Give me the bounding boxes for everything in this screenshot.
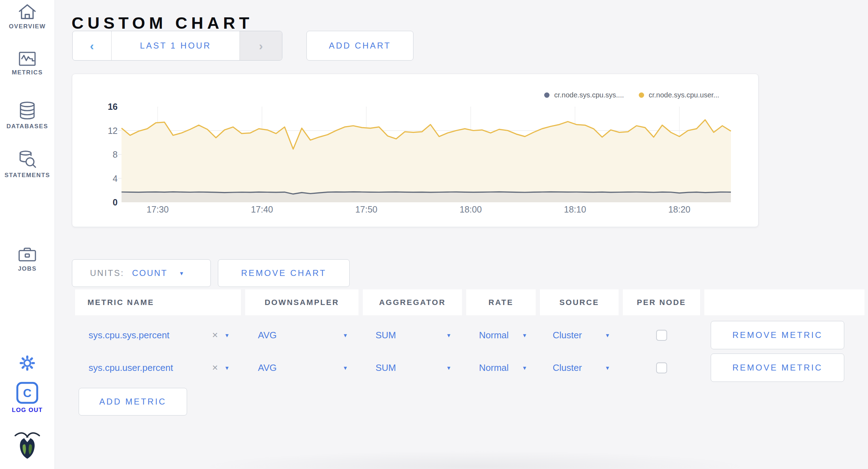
units-value: COUNT — [132, 268, 168, 278]
sidebar-item-label: STATEMENTS — [0, 172, 55, 179]
caret-down-icon: ▼ — [522, 333, 527, 338]
source-value: Cluster — [553, 362, 582, 373]
rate-dropdown[interactable]: Normal ▼ — [466, 320, 536, 350]
x-axis-label: 18:10 — [564, 204, 586, 215]
caret-down-icon: ▼ — [605, 365, 610, 371]
chart-card: cr.node.sys.cpu.sys.... cr.node.sys.cpu.… — [72, 74, 759, 227]
sidebar-item-label: OVERVIEW — [0, 23, 55, 30]
caret-down-icon: ▼ — [343, 365, 348, 371]
caret-down-icon: ▼ — [179, 271, 186, 276]
legend-item: cr.node.sys.cpu.user... — [639, 91, 719, 99]
cockroach-bug-icon — [14, 430, 40, 459]
time-range-label[interactable]: LAST 1 HOUR — [112, 31, 239, 60]
legend-dot-icon — [544, 92, 549, 98]
rate-value: Normal — [479, 330, 509, 341]
brand-logo[interactable] — [0, 430, 55, 459]
custom-chart-page: OVERVIEW METRICS DATABASES — [0, 0, 868, 469]
table-row: sys.cpu.sys.percent × ▼ AVG ▼ SUM ▼ Norm… — [75, 320, 864, 350]
rate-value: Normal — [479, 362, 509, 373]
aggregator-dropdown[interactable]: SUM ▼ — [363, 353, 462, 383]
plot-svg — [122, 107, 731, 202]
sidebar-item-metrics[interactable]: METRICS — [0, 52, 55, 76]
caret-down-icon: ▼ — [224, 333, 230, 338]
rate-dropdown[interactable]: Normal ▼ — [466, 353, 536, 383]
legend-label: cr.node.sys.cpu.sys.... — [554, 91, 624, 99]
per-node-checkbox[interactable] — [656, 362, 667, 373]
sidebar-item-statements[interactable]: STATEMENTS — [0, 150, 55, 179]
sidebar-item-jobs[interactable]: JOBS — [0, 247, 55, 272]
column-header-aggregator: AGGREGATOR — [363, 289, 462, 315]
caret-down-icon: ▼ — [224, 365, 230, 371]
metric-name-dropdown[interactable]: sys.cpu.user.percent × ▼ — [75, 353, 241, 383]
units-label: UNITS: — [90, 268, 124, 278]
per-node-checkbox[interactable] — [656, 330, 667, 341]
y-axis-label: 0 — [86, 197, 118, 208]
source-dropdown[interactable]: Cluster ▼ — [540, 353, 619, 383]
time-range-next-button[interactable]: › — [239, 31, 282, 60]
svg-text:C: C — [23, 386, 32, 400]
column-header-rate: RATE — [466, 289, 536, 315]
source-dropdown[interactable]: Cluster ▼ — [540, 320, 619, 350]
downsampler-dropdown[interactable]: AVG ▼ — [245, 320, 359, 350]
remove-metric-button[interactable]: REMOVE METRIC — [711, 321, 844, 349]
caret-down-icon: ▼ — [522, 365, 527, 371]
aggregator-dropdown[interactable]: SUM ▼ — [363, 320, 462, 350]
x-axis-label: 17:30 — [147, 204, 169, 215]
time-range-prev-button[interactable]: ‹ — [73, 31, 112, 60]
add-metric-button[interactable]: ADD METRIC — [79, 388, 187, 416]
column-header-downsampler: DOWNSAMPLER — [245, 289, 359, 315]
time-range-selector: ‹ LAST 1 HOUR › — [72, 31, 282, 61]
add-chart-button[interactable]: ADD CHART — [306, 31, 413, 61]
sidebar-item-label: DATABASES — [0, 123, 55, 130]
legend-dot-icon — [639, 92, 644, 98]
logout-label: LOG OUT — [0, 407, 55, 414]
time-series-plot[interactable] — [122, 107, 731, 202]
downsampler-value: AVG — [258, 362, 277, 373]
sidebar-item-label: METRICS — [0, 69, 55, 76]
page-bottom-shadow — [198, 451, 751, 469]
per-node-cell — [623, 353, 700, 383]
units-dropdown[interactable]: UNITS: COUNT ▼ — [72, 259, 211, 287]
metrics-icon — [19, 52, 36, 66]
table-row: sys.cpu.user.percent × ▼ AVG ▼ SUM ▼ Nor… — [75, 353, 864, 383]
caret-down-icon: ▼ — [343, 333, 348, 338]
caret-down-icon: ▼ — [446, 333, 451, 338]
sidebar: OVERVIEW METRICS DATABASES — [0, 0, 55, 469]
x-axis-label: 17:50 — [355, 204, 378, 215]
caret-down-icon: ▼ — [605, 333, 610, 338]
cockroach-c-icon: C — [16, 382, 38, 404]
page-title: CUSTOM CHART — [72, 13, 253, 33]
logout-button[interactable]: C LOG OUT — [0, 382, 55, 414]
column-header-metric-name: METRIC NAME — [75, 289, 241, 315]
sidebar-item-databases[interactable]: DATABASES — [0, 101, 55, 130]
downsampler-value: AVG — [258, 330, 277, 341]
chevron-left-icon: ‹ — [90, 40, 94, 52]
aggregator-value: SUM — [376, 362, 396, 373]
home-icon — [18, 4, 36, 20]
x-axis-label: 18:20 — [668, 204, 691, 215]
metrics-table-header: METRIC NAME DOWNSAMPLER AGGREGATOR RATE … — [75, 289, 864, 315]
y-axis-label: 12 — [86, 125, 118, 136]
settings-button[interactable] — [0, 354, 55, 372]
y-axis-label: 16 — [86, 101, 118, 112]
remove-metric-button[interactable]: REMOVE METRIC — [711, 354, 844, 382]
chevron-right-icon: › — [259, 40, 263, 52]
metric-name: sys.cpu.user.percent — [89, 362, 206, 373]
metric-name: sys.cpu.sys.percent — [89, 330, 206, 341]
remove-chart-button[interactable]: REMOVE CHART — [218, 259, 350, 287]
column-header-per-node: PER NODE — [623, 289, 700, 315]
gear-icon — [18, 354, 36, 372]
legend-label: cr.node.sys.cpu.user... — [649, 91, 719, 99]
clear-icon[interactable]: × — [212, 363, 218, 373]
sidebar-item-label: JOBS — [0, 265, 55, 272]
x-axis-label: 18:00 — [460, 204, 482, 215]
statements-icon — [18, 150, 36, 169]
databases-icon — [19, 101, 35, 120]
downsampler-dropdown[interactable]: AVG ▼ — [245, 353, 359, 383]
source-value: Cluster — [553, 330, 582, 341]
column-header-actions — [704, 289, 864, 315]
sidebar-item-overview[interactable]: OVERVIEW — [0, 4, 55, 30]
chart-legend: cr.node.sys.cpu.sys.... cr.node.sys.cpu.… — [544, 91, 719, 99]
metric-name-dropdown[interactable]: sys.cpu.sys.percent × ▼ — [75, 320, 241, 350]
clear-icon[interactable]: × — [212, 330, 218, 340]
